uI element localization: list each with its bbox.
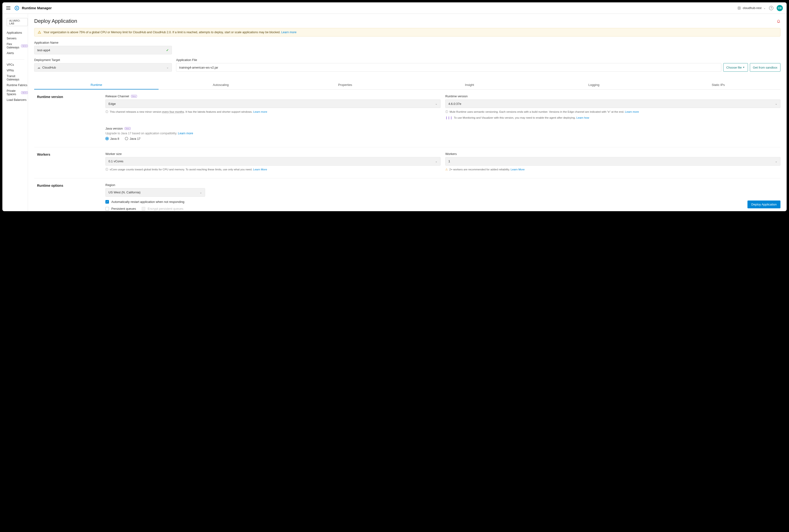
tab-autoscaling[interactable]: Autoscaling bbox=[158, 81, 283, 90]
page-title: Deploy Application bbox=[34, 18, 77, 24]
chevron-down-icon: ⌄ bbox=[435, 102, 437, 106]
sidebar-item-vpns[interactable]: VPNs bbox=[7, 68, 28, 73]
section-workers: Workers bbox=[34, 152, 106, 172]
warning-icon bbox=[38, 31, 41, 34]
chevron-down-icon: ⌄ bbox=[763, 6, 766, 10]
new-badge: New bbox=[131, 95, 137, 97]
valid-icon: ✓ bbox=[166, 49, 169, 52]
chevron-down-icon: ⌄ bbox=[166, 66, 169, 69]
target-label: Deployment Target bbox=[34, 58, 172, 62]
java8-radio[interactable]: Java 8 bbox=[106, 137, 119, 140]
release-learn-more-link[interactable]: Learn more bbox=[253, 110, 267, 113]
chevron-down-icon: ⌄ bbox=[775, 160, 777, 163]
java17-radio[interactable]: Java 17 bbox=[125, 137, 140, 140]
sidebar-item-runtime-fabrics[interactable]: Runtime Fabrics bbox=[7, 82, 28, 88]
workers-count-label: Workers bbox=[445, 152, 781, 156]
file-label: Application File bbox=[176, 58, 781, 62]
sidebar-item-load-balancers[interactable]: Load Balancers bbox=[7, 97, 28, 103]
sidebar-item-private-spaces[interactable]: Private SpacesNEW bbox=[7, 88, 28, 97]
java-version-label: Java version bbox=[106, 127, 123, 130]
sidebar-item-flex-gateways[interactable]: Flex GatewaysNEW bbox=[7, 41, 28, 50]
info-icon: ⓘ bbox=[106, 110, 108, 114]
sidebar-item-alerts[interactable]: Alerts bbox=[7, 50, 28, 56]
version-learn-more-link[interactable]: Learn more bbox=[625, 110, 639, 113]
tab-static-ips[interactable]: Static IPs bbox=[656, 81, 781, 90]
new-badge: NEW bbox=[21, 44, 28, 47]
sidebar-item-transit-gateways[interactable]: Transit Gateways bbox=[7, 73, 28, 82]
warning-icon: ⚠ bbox=[445, 168, 448, 172]
svg-point-1 bbox=[16, 7, 18, 9]
sidebar-item-applications[interactable]: Applications bbox=[7, 30, 28, 36]
worker-size-select[interactable]: 0.1 vCores⌄ bbox=[106, 157, 440, 166]
release-channel-label: Release Channel bbox=[106, 94, 129, 98]
app-name-label: Application Name bbox=[34, 41, 172, 44]
workers-count-select[interactable]: 1⌄ bbox=[445, 157, 781, 166]
tab-properties[interactable]: Properties bbox=[283, 81, 407, 90]
get-from-sandbox-button[interactable]: Get from sandbox bbox=[750, 63, 781, 72]
release-channel-select[interactable]: Edge⌄ bbox=[106, 99, 440, 108]
region-select[interactable]: US West (N. California)⌄ bbox=[106, 188, 205, 197]
info-icon: ⓘ bbox=[445, 110, 448, 114]
menu-toggle[interactable] bbox=[6, 6, 11, 10]
tab-insight[interactable]: Insight bbox=[407, 81, 532, 90]
deploy-application-button[interactable]: Deploy Application bbox=[748, 201, 781, 208]
choose-file-button[interactable]: Choose file▼ bbox=[723, 63, 748, 72]
chevron-down-icon: ⌄ bbox=[775, 102, 777, 106]
region-label: Region bbox=[106, 183, 205, 187]
new-badge: NEW bbox=[21, 91, 28, 94]
persistent-queues-checkbox[interactable]: Persistent queues bbox=[106, 207, 136, 210]
app-name-input[interactable]: test-app4 ✓ bbox=[34, 46, 172, 54]
worker-size-label: Worker size bbox=[106, 152, 440, 156]
runtime-version-select[interactable]: 4.6.0:37e⌄ bbox=[445, 99, 781, 108]
application-file-input[interactable]: training4-american-ws-v2.jar bbox=[176, 63, 721, 72]
section-runtime-version: Runtime version bbox=[34, 94, 106, 140]
workers-learn-more-link[interactable]: Learn More bbox=[511, 168, 525, 171]
tab-logging[interactable]: Logging bbox=[532, 81, 656, 90]
runtime-version-label: Runtime version bbox=[445, 94, 781, 98]
sidebar: ALVARO-LAB Applications Servers Flex Gat… bbox=[2, 14, 28, 211]
worker-size-learn-more-link[interactable]: Learn More bbox=[253, 168, 267, 171]
chevron-down-icon: ⌄ bbox=[200, 191, 202, 194]
java-learn-more-link[interactable]: Learn more bbox=[178, 132, 193, 135]
alert-learn-more-link[interactable]: Learn more bbox=[281, 31, 297, 34]
quota-alert: Your organization is above 75% of a glob… bbox=[34, 28, 781, 37]
deployment-target-select[interactable]: ☁CloudHub ⌄ bbox=[34, 63, 172, 72]
sidebar-item-servers[interactable]: Servers bbox=[7, 36, 28, 41]
encrypt-queues-checkbox: Encrypt persistent queues bbox=[142, 207, 183, 210]
new-badge: New bbox=[125, 127, 131, 130]
config-tabs: Runtime Autoscaling Properties Insight L… bbox=[34, 81, 781, 90]
help-icon[interactable]: ? bbox=[769, 6, 773, 10]
notifications-icon[interactable] bbox=[777, 19, 781, 23]
app-title: Runtime Manager bbox=[22, 6, 52, 10]
auto-restart-checkbox[interactable]: ✓Automatically restart application when … bbox=[106, 200, 205, 204]
section-runtime-options: Runtime options bbox=[34, 183, 106, 211]
avatar[interactable]: CR bbox=[777, 5, 783, 11]
caret-down-icon: ▼ bbox=[743, 66, 745, 69]
sidebar-item-vpcs[interactable]: VPCs bbox=[7, 62, 28, 68]
monitor-learn-how-link[interactable]: Learn how bbox=[576, 116, 589, 119]
org-name: cloudhub-rest bbox=[743, 6, 762, 10]
chevron-down-icon: ⌄ bbox=[435, 160, 437, 163]
cloud-icon: ☁ bbox=[37, 66, 40, 69]
environment-picker[interactable]: ALVARO-LAB bbox=[7, 18, 28, 26]
chart-icon: ❙❙❙ bbox=[445, 116, 452, 120]
product-logo bbox=[14, 5, 19, 11]
info-icon: ⓘ bbox=[106, 168, 108, 172]
tab-runtime[interactable]: Runtime bbox=[34, 81, 158, 90]
org-picker[interactable]: cloudhub-rest ⌄ bbox=[737, 6, 766, 10]
